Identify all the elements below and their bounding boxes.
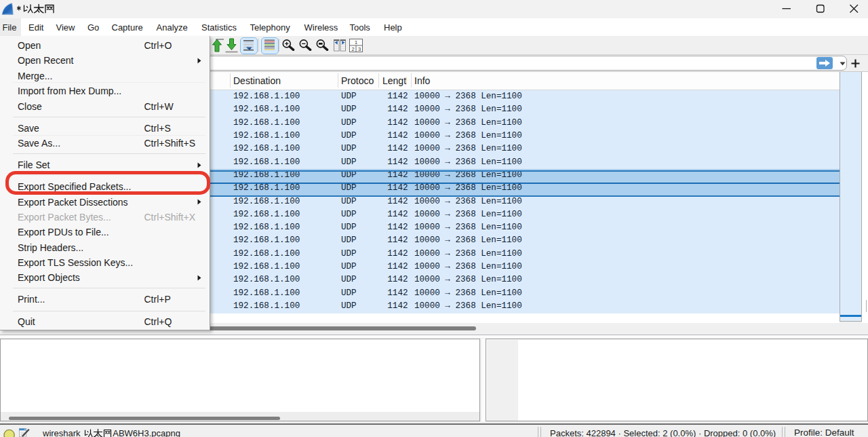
svg-text:3: 3 [358, 46, 361, 52]
svg-text:2: 2 [352, 46, 355, 52]
svg-text:1: 1 [355, 39, 357, 45]
